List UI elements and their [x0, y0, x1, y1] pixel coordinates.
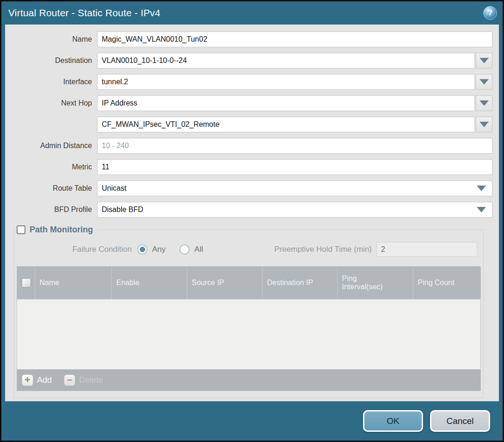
ok-button[interactable]: OK [363, 410, 423, 432]
radio-option-all[interactable]: All [179, 244, 203, 255]
radio-icon [179, 244, 190, 255]
dialog-titlebar: Virtual Router - Static Route - IPv4 ? [1, 1, 503, 25]
add-button[interactable]: + Add [22, 374, 52, 386]
delete-button-label: Delete [79, 375, 103, 385]
help-icon[interactable]: ? [483, 6, 497, 20]
dialog-window: Virtual Router - Static Route - IPv4 ? N… [0, 0, 504, 442]
next-hop-label: Next Hop [5, 99, 97, 107]
chevron-down-icon [479, 122, 489, 127]
interface-label: Interface [5, 78, 97, 86]
form-row-name: Name [5, 31, 492, 47]
destination-dropdown-button[interactable] [476, 53, 492, 68]
next-hop-type-input[interactable] [97, 95, 475, 111]
table-header-ping-interval[interactable]: Ping Interval(sec) [337, 267, 413, 299]
form-row-metric: Metric [5, 159, 492, 175]
failure-condition-row: Failure Condition Any All Preemptive Hol… [17, 242, 481, 257]
next-hop-address-dropdown-button[interactable] [476, 117, 492, 132]
radio-label: Any [152, 245, 166, 254]
interface-input[interactable] [97, 74, 475, 90]
table-header-destination-ip[interactable]: Destination IP [262, 267, 337, 299]
form-row-bfd-profile: BFD Profile [5, 202, 492, 218]
preemptive-hold-time: Preemptive Hold Time (min) [274, 242, 481, 257]
add-button-label: Add [37, 375, 52, 385]
name-input[interactable] [97, 31, 492, 47]
metric-label: Metric [5, 163, 97, 171]
destination-label: Destination [5, 56, 97, 65]
failure-condition-radio-group: Any All [137, 244, 203, 255]
dialog-title: Virtual Router - Static Route - IPv4 [8, 7, 160, 19]
interface-dropdown-button[interactable] [476, 74, 492, 90]
chevron-down-icon [479, 79, 489, 85]
table-actions-bar: + Add − Delete [17, 369, 480, 391]
table-empty-row [17, 299, 480, 369]
table-header-select [17, 267, 35, 299]
metric-input[interactable] [97, 159, 492, 175]
dialog-footer: OK Cancel [1, 401, 503, 441]
delete-button: − Delete [64, 374, 103, 386]
chevron-down-icon [479, 58, 489, 63]
name-label: Name [5, 35, 97, 44]
chevron-down-icon[interactable] [477, 207, 486, 212]
destination-input[interactable] [97, 53, 475, 68]
dialog-body: Name Destination Interface [5, 25, 499, 401]
bfd-profile-label: BFD Profile [5, 205, 97, 214]
form-row-admin-distance: Admin Distance [5, 138, 492, 154]
plus-icon: + [22, 374, 33, 386]
table-header-source-ip[interactable]: Source IP [187, 267, 262, 299]
admin-distance-label: Admin Distance [5, 142, 97, 150]
select-all-checkbox[interactable] [22, 278, 31, 287]
form-row-interface: Interface [5, 74, 492, 90]
table-header-ping-count[interactable]: Ping Count [413, 267, 480, 299]
table-header-enable[interactable]: Enable [111, 267, 187, 299]
minus-icon: − [64, 374, 75, 386]
dialog-frame: Virtual Router - Static Route - IPv4 ? N… [1, 1, 503, 441]
chevron-down-icon [479, 100, 489, 106]
table-header-row: Name Enable Source IP Destination IP [17, 267, 480, 299]
radio-icon [137, 244, 148, 255]
preemptive-hold-time-input[interactable] [376, 242, 477, 257]
chevron-down-icon[interactable] [477, 186, 486, 191]
path-monitoring-title: Path Monitoring [30, 225, 93, 235]
route-table-label: Route Table [5, 184, 97, 193]
next-hop-address-input[interactable] [97, 117, 475, 132]
form-row-route-table: Route Table [5, 181, 492, 196]
path-monitoring-legend: Path Monitoring [17, 225, 97, 235]
form-row-next-hop: Next Hop [5, 95, 492, 111]
radio-option-any[interactable]: Any [137, 244, 166, 255]
form-row-destination: Destination [5, 53, 492, 68]
admin-distance-input[interactable] [97, 138, 492, 154]
table-header-name[interactable]: Name [35, 267, 111, 299]
next-hop-dropdown-button[interactable] [476, 95, 492, 111]
route-table-input[interactable] [97, 181, 492, 196]
radio-label: All [194, 245, 203, 254]
path-monitoring-checkbox[interactable] [17, 225, 25, 234]
path-monitoring-table: Name Enable Source IP Destination IP [17, 266, 481, 391]
path-monitoring-group: Path Monitoring Failure Condition Any Al… [14, 225, 484, 398]
preemptive-hold-time-label: Preemptive Hold Time (min) [274, 245, 376, 254]
bfd-profile-input[interactable] [97, 202, 492, 218]
form-row-next-hop-address [5, 117, 492, 132]
cancel-button[interactable]: Cancel [430, 410, 490, 432]
failure-condition-label: Failure Condition [17, 245, 137, 254]
